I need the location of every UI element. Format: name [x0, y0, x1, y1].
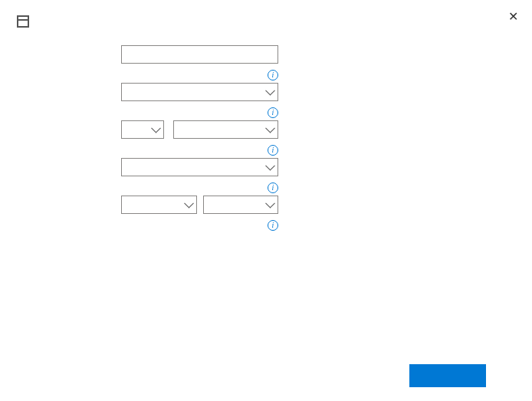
sort-direction-select[interactable]: [203, 196, 279, 214]
stack-by-select[interactable]: [121, 83, 278, 101]
info-icon[interactable]: i: [268, 182, 278, 193]
chart-preview-panel: [292, 43, 515, 245]
close-icon[interactable]: ✕: [505, 8, 521, 26]
aggregation-field-select[interactable]: [173, 120, 278, 139]
dialog-footer: [409, 364, 515, 387]
rolling-period-select[interactable]: [121, 158, 278, 176]
chart-icon: [17, 15, 29, 28]
cancel-button[interactable]: [497, 371, 515, 380]
ok-button[interactable]: [409, 364, 486, 387]
aggregation-func-select[interactable]: [121, 120, 164, 139]
dialog-header: [17, 15, 515, 28]
name-input[interactable]: [121, 45, 278, 64]
info-icon[interactable]: i: [268, 145, 278, 156]
info-icon[interactable]: i: [268, 220, 278, 231]
info-icon[interactable]: i: [268, 107, 278, 118]
chart-preview: [292, 48, 515, 209]
info-icon[interactable]: i: [268, 70, 278, 81]
chart-type-panel: [17, 43, 107, 245]
config-form: i i i i i: [121, 43, 278, 245]
sort-field-select[interactable]: [121, 196, 197, 214]
